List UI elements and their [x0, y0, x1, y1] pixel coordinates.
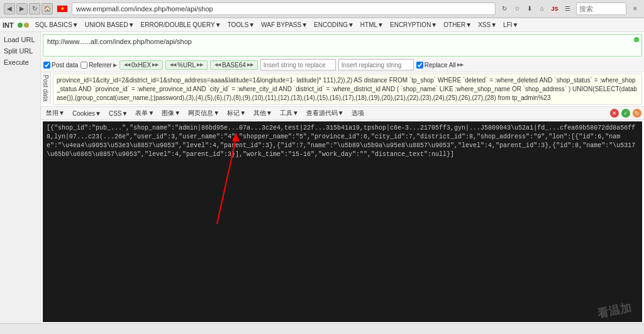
options-btn[interactable]: 选项 [349, 108, 367, 118]
base64-btn[interactable]: ◀◀ BASE64 ▶▶ [210, 60, 258, 70]
css-btn[interactable]: CSS▼ [106, 109, 130, 118]
green-dot-1 [18, 23, 23, 28]
int-label: INT [3, 21, 14, 29]
insert-replace-input[interactable] [260, 59, 336, 70]
options-row: Post data Referrer ▶ ◀◀ 0xHEX ▶▶ ◀◀ %URL… [41, 58, 644, 72]
url-arrow-icon: ◀◀ [170, 62, 176, 67]
back-button[interactable]: ◀ [4, 3, 15, 14]
post-data-checkbox[interactable]: Post data [43, 62, 78, 69]
load-url-btn[interactable]: Load URL [1, 35, 39, 45]
referrer-checkbox[interactable]: Referrer ▶ [80, 62, 117, 69]
mark-btn[interactable]: 标记▼ [225, 108, 248, 118]
yellow-dot-1 [24, 23, 29, 28]
encryption-btn[interactable]: ENCRYPTION▼ [387, 21, 440, 29]
flag-icon: ★ [57, 5, 68, 13]
tools2-btn[interactable]: 工具▼ [277, 108, 301, 118]
union-based-btn[interactable]: UNION BASED▼ [82, 21, 137, 29]
nav-buttons: ◀ ▶ ↻ 🏠 [4, 3, 53, 14]
encoding-btn[interactable]: ENCODING▼ [311, 21, 357, 29]
cookies-btn[interactable]: Cookies▼ [70, 109, 104, 118]
home-button[interactable]: 🏠 [42, 3, 53, 14]
replace-all-arrow-icon: ▶▶ [457, 62, 464, 67]
result-area: [{"shop_id":"pub_...","shop_name":"admin… [43, 121, 642, 322]
html-btn[interactable]: HTML▼ [358, 21, 386, 29]
referrer-label: Referrer [89, 62, 112, 69]
url-input[interactable] [47, 38, 638, 45]
post-data-check-input[interactable] [43, 62, 50, 69]
images-btn[interactable]: 图像▼ [159, 108, 183, 118]
check-circle-btn[interactable]: ✓ [621, 109, 630, 118]
browser-icons: ↻ ☆ ⬇ ⌂ JS ☰ [499, 4, 572, 14]
main-area: Load URL Split URL Execute Post data Ref… [0, 32, 644, 323]
waf-bypass-btn[interactable]: WAF BYPASS▼ [258, 21, 310, 29]
refresh-button[interactable]: ↻ [29, 3, 40, 14]
lfi-btn[interactable]: LFI▼ [501, 21, 521, 29]
referrer-check-input[interactable] [80, 62, 87, 69]
disable-btn[interactable]: 禁用▼ [43, 108, 67, 118]
left-sidebar: Load URL Split URL Execute [0, 32, 41, 323]
close-circle-btn[interactable]: ✕ [610, 109, 619, 118]
split-url-btn[interactable]: Split URL [1, 46, 39, 56]
xss-btn[interactable]: XSS▼ [475, 21, 499, 29]
referrer-arrow-icon: ▶ [113, 62, 117, 68]
refresh-icon[interactable]: ↻ [499, 4, 509, 14]
menu-icon[interactable]: ≡ [630, 4, 640, 14]
browser-chrome: ◀ ▶ ↻ 🏠 ★ ↻ ☆ ⬇ ⌂ JS ☰ ≡ [0, 0, 644, 18]
hex-arrow2-icon: ▶▶ [152, 62, 158, 67]
post-data-option-label: Post data [52, 62, 78, 69]
replace-all-checkbox[interactable]: Replace All ▶▶ [416, 62, 464, 69]
result-text: [{"shop_id":"pub_...","shop_name":"admin… [47, 125, 635, 158]
other-btn[interactable]: OTHER▼ [441, 21, 474, 29]
download-icon[interactable]: ⬇ [525, 4, 535, 14]
shield-icon[interactable]: JS [550, 4, 560, 14]
ext-icon1[interactable]: ☰ [562, 4, 572, 14]
base64-arrow-icon: ◀◀ [214, 62, 221, 67]
base64-arrow2-icon: ▶▶ [247, 62, 253, 67]
refresh-circle-btn[interactable]: ↻ [633, 109, 641, 118]
sql-basics-btn[interactable]: SQL BASICS▼ [33, 21, 81, 29]
url-btn[interactable]: ◀◀ %URL ▶▶ [165, 60, 208, 70]
misc-btn[interactable]: 其他▼ [251, 108, 275, 118]
page-info-btn[interactable]: 网页信息▼ [186, 108, 222, 118]
status-bar [0, 323, 644, 334]
view-source-btn[interactable]: 查看源代码▼ [304, 108, 347, 118]
url-arrow2-icon: ▶▶ [197, 62, 203, 67]
url-green-indicator [634, 37, 639, 42]
bookmark-icon[interactable]: ☆ [512, 4, 522, 14]
address-bar[interactable] [72, 3, 496, 15]
forward-button[interactable]: ▶ [16, 3, 28, 14]
tools-btn[interactable]: TOOLS▼ [225, 21, 258, 29]
post-data-label: Post data [41, 72, 51, 104]
search-input[interactable] [576, 3, 626, 15]
url-row [43, 34, 642, 57]
hex-arrow-icon: ◀◀ [124, 62, 130, 67]
result-container: [{"shop_id":"pub_...","shop_name":"admin… [41, 120, 644, 323]
replace-all-label: Replace All [425, 62, 456, 69]
error-double-btn[interactable]: ERROR/DOUBLE QUERY▼ [138, 21, 224, 29]
second-toolbar: 禁用▼ Cookies▼ CSS▼ 表单▼ 图像▼ 网页信息▼ 标记▼ 其他▼ … [41, 106, 644, 120]
hex-btn[interactable]: ◀◀ 0xHEX ▶▶ [119, 60, 163, 70]
home-nav-icon[interactable]: ⌂ [537, 4, 547, 14]
execute-btn[interactable]: Execute [1, 57, 39, 67]
app-container: INT SQL BASICS▼ UNION BASED▼ ERROR/DOUBL… [0, 18, 644, 334]
insert-replacing-input[interactable] [338, 59, 414, 70]
post-data-section: Post data province_id=1&city_id=2&distri… [41, 72, 644, 106]
top-toolbar: INT SQL BASICS▼ UNION BASED▼ ERROR/DOUBL… [0, 18, 644, 32]
replace-all-check-input[interactable] [416, 62, 423, 69]
right-content: Post data Referrer ▶ ◀◀ 0xHEX ▶▶ ◀◀ %URL… [41, 32, 644, 323]
browser-toolbar: ◀ ▶ ↻ 🏠 ★ ↻ ☆ ⬇ ⌂ JS ☰ ≡ [0, 0, 644, 18]
forms-btn[interactable]: 表单▼ [133, 108, 157, 118]
post-data-area[interactable]: province_id=1&city_id=2&district_id=1&sh… [53, 74, 642, 105]
